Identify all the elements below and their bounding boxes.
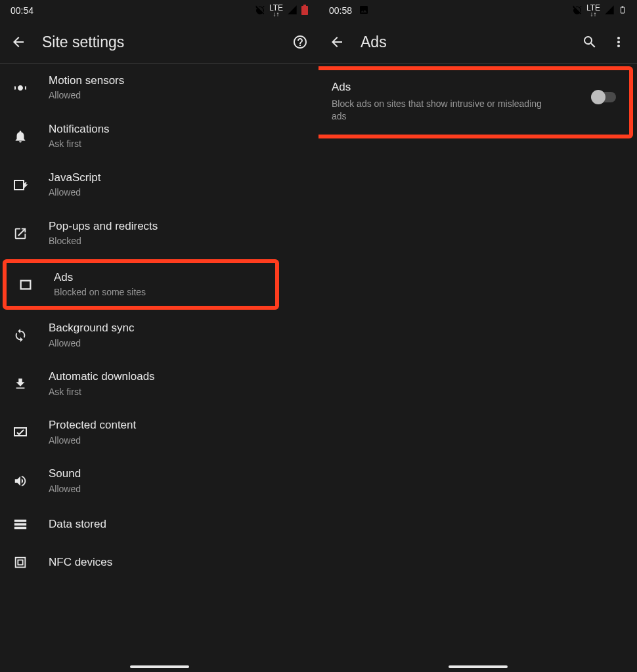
storage-icon [12,516,29,533]
app-bar-left: Site settings [0,21,318,63]
image-icon [359,5,369,17]
alarm-off-icon [572,5,582,17]
lte-indicator: LTE ↓↑ [586,4,600,17]
motion-sensors-icon [12,79,29,96]
setting-title: Notifications [49,123,305,136]
sync-icon [12,327,29,344]
nav-gesture-bar[interactable] [449,665,508,668]
setting-subtitle: Blocked on some sites [54,287,265,299]
setting-ads[interactable]: Ads Blocked on some sites [7,263,275,306]
status-time: 00:58 [329,5,352,16]
status-bar-left: 00:54 LTE ↓↑ [0,0,318,21]
sound-icon [12,472,29,490]
setting-subtitle: Allowed [49,435,305,447]
page-title: Site settings [42,33,276,51]
setting-protected-content[interactable]: Protected content Allowed [0,408,318,457]
highlight-ads: Ads Blocked on some sites [3,259,279,310]
setting-title: Background sync [49,322,305,335]
signal-icon [604,5,615,17]
ads-screen: 00:58 LTE ↓↑ Ads Ads [318,0,637,672]
setting-title: Ads [54,271,265,284]
help-button[interactable] [291,33,309,51]
setting-data-stored[interactable]: Data stored [0,505,318,543]
setting-sound[interactable]: Sound Allowed [0,457,318,505]
setting-title: Protected content [49,419,305,432]
download-icon [12,375,29,392]
setting-subtitle: Blocked [49,236,305,247]
ads-content: Ads Block ads on sites that show intrusi… [318,64,637,672]
lte-indicator: LTE ↓↑ [269,4,283,17]
battery-charging-icon [619,4,626,18]
setting-motion-sensors[interactable]: Motion sensors Allowed [0,64,318,112]
javascript-icon [12,177,29,194]
setting-subtitle: Ask first [49,387,305,398]
battery-low-icon [301,6,308,15]
ads-icon [17,276,34,293]
alarm-off-icon [255,5,265,17]
status-icons: LTE ↓↑ [255,4,308,17]
setting-notifications[interactable]: Notifications Ask first [0,112,318,161]
setting-nfc-devices[interactable]: NFC devices [0,543,318,581]
protected-content-icon [12,424,29,441]
settings-list[interactable]: Motion sensors Allowed Notifications Ask… [0,64,318,672]
app-bar-right: Ads [318,21,637,63]
setting-background-sync[interactable]: Background sync Allowed [0,311,318,360]
status-time: 00:54 [11,5,33,16]
setting-title: Motion sensors [49,74,305,87]
setting-title: Data stored [49,518,305,531]
ads-toggle-switch[interactable] [591,90,617,104]
site-settings-screen: 00:54 LTE ↓↑ Site settings Motion sensor… [0,0,318,672]
setting-subtitle: Allowed [49,90,305,102]
search-button[interactable] [581,33,599,51]
setting-subtitle: Ask first [49,138,305,150]
setting-subtitle: Allowed [49,187,305,199]
nfc-icon [12,554,29,571]
setting-javascript[interactable]: JavaScript Allowed [0,161,318,209]
popup-icon [12,225,29,242]
more-options-button[interactable] [609,33,628,51]
ads-toggle-row[interactable]: Ads Block ads on sites that show intrusi… [318,70,629,135]
back-button[interactable] [9,33,28,51]
status-icons: LTE ↓↑ [572,4,626,18]
bell-icon [12,128,29,145]
signal-icon [287,5,297,17]
toggle-subtitle: Block ads on sites that show intrusive o… [332,98,542,123]
setting-title: Automatic downloads [49,370,305,383]
setting-title: JavaScript [49,171,305,184]
status-bar-right: 00:58 LTE ↓↑ [318,0,637,21]
page-title: Ads [361,33,566,51]
highlight-ads-toggle: Ads Block ads on sites that show intrusi… [318,66,633,138]
back-button[interactable] [328,33,346,51]
setting-subtitle: Allowed [49,484,305,495]
toggle-title: Ads [332,81,581,94]
setting-subtitle: Allowed [49,338,305,350]
setting-automatic-downloads[interactable]: Automatic downloads Ask first [0,360,318,408]
setting-title: Pop-ups and redirects [49,220,305,233]
setting-popups[interactable]: Pop-ups and redirects Blocked [0,209,318,258]
nav-gesture-bar[interactable] [130,665,189,668]
setting-title: NFC devices [49,556,305,569]
setting-title: Sound [49,467,305,480]
